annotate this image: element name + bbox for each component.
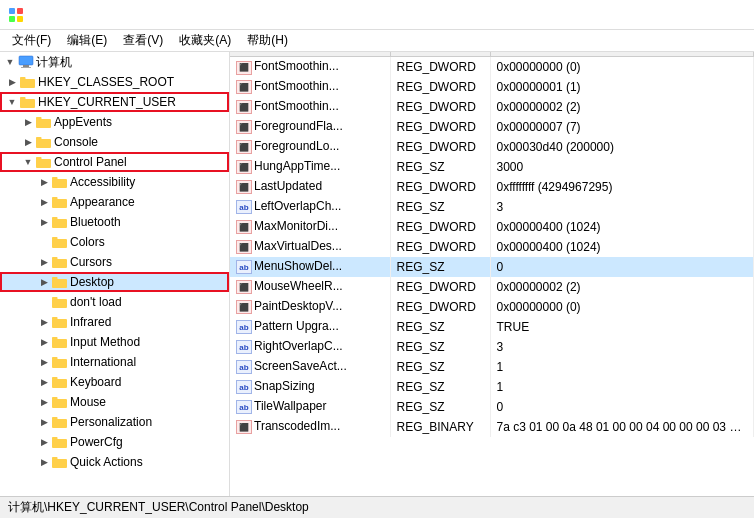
menu-help[interactable]: 帮助(H) bbox=[239, 30, 296, 51]
cell-data: 0x00000002 (2) bbox=[490, 277, 754, 297]
tree-toggle-computer[interactable]: ▼ bbox=[2, 54, 18, 70]
cell-data: 3 bbox=[490, 337, 754, 357]
col-header-data[interactable] bbox=[490, 52, 754, 57]
tree-toggle-infrared[interactable]: ▶ bbox=[36, 314, 52, 330]
tree-node-bluetooth[interactable]: ▶ Bluetooth bbox=[0, 212, 229, 232]
table-row[interactable]: ⬛ForegroundLo...REG_DWORD0x00030d40 (200… bbox=[230, 137, 754, 157]
svg-rect-13 bbox=[36, 139, 51, 148]
cell-data: 0x00000002 (2) bbox=[490, 97, 754, 117]
tree-toggle-hkcr[interactable]: ▶ bbox=[4, 74, 20, 90]
tree-toggle-bluetooth[interactable]: ▶ bbox=[36, 214, 52, 230]
tree-label-infrared: Infrared bbox=[70, 315, 111, 329]
menu-view[interactable]: 查看(V) bbox=[115, 30, 171, 51]
tree-node-accessibility[interactable]: ▶ Accessibility bbox=[0, 172, 229, 192]
tree-node-controlpanel[interactable]: ▼ Control Panel bbox=[0, 152, 229, 172]
table-row[interactable]: ⬛MaxMonitorDi...REG_DWORD0x00000400 (102… bbox=[230, 217, 754, 237]
reg-icon: ⬛ bbox=[236, 120, 252, 134]
reg-icon: ⬛ bbox=[236, 420, 252, 434]
tree-node-appevents[interactable]: ▶ AppEvents bbox=[0, 112, 229, 132]
tree-toggle-personalization[interactable]: ▶ bbox=[36, 414, 52, 430]
table-row[interactable]: abTileWallpaperREG_SZ0 bbox=[230, 397, 754, 417]
folder-icon-accessibility bbox=[52, 175, 68, 189]
tree-toggle-hkcu[interactable]: ▼ bbox=[4, 94, 20, 110]
menu-file[interactable]: 文件(F) bbox=[4, 30, 59, 51]
tree-node-mouse[interactable]: ▶ Mouse bbox=[0, 392, 229, 412]
table-row[interactable]: ⬛MaxVirtualDes...REG_DWORD0x00000400 (10… bbox=[230, 237, 754, 257]
tree-node-appearance[interactable]: ▶ Appearance bbox=[0, 192, 229, 212]
tree-toggle-appevents[interactable]: ▶ bbox=[20, 114, 36, 130]
registry-table-wrapper[interactable]: ⬛FontSmoothin...REG_DWORD0x00000000 (0)⬛… bbox=[230, 52, 754, 496]
tree-node-hkcr[interactable]: ▶ HKEY_CLASSES_ROOT bbox=[0, 72, 229, 92]
tree-node-powercfg[interactable]: ▶ PowerCfg bbox=[0, 432, 229, 452]
tree-node-colors[interactable]: Colors bbox=[0, 232, 229, 252]
svg-rect-39 bbox=[52, 399, 67, 408]
table-row[interactable]: abLeftOverlapCh...REG_SZ3 bbox=[230, 197, 754, 217]
table-row[interactable]: ⬛TranscodedIm...REG_BINARY7a c3 01 00 0a… bbox=[230, 417, 754, 437]
table-row[interactable]: abScreenSaveAct...REG_SZ1 bbox=[230, 357, 754, 377]
tree-node-personalization[interactable]: ▶ Personalization bbox=[0, 412, 229, 432]
tree-toggle-mouse[interactable]: ▶ bbox=[36, 394, 52, 410]
close-button[interactable] bbox=[700, 0, 746, 30]
tree-toggle-inputmethod[interactable]: ▶ bbox=[36, 334, 52, 350]
table-row[interactable]: ⬛FontSmoothin...REG_DWORD0x00000000 (0) bbox=[230, 57, 754, 77]
svg-rect-2 bbox=[9, 16, 15, 22]
tree-node-quickactions[interactable]: ▶ Quick Actions bbox=[0, 452, 229, 472]
tree-toggle-cursors[interactable]: ▶ bbox=[36, 254, 52, 270]
svg-rect-7 bbox=[20, 79, 35, 88]
menu-edit[interactable]: 编辑(E) bbox=[59, 30, 115, 51]
tree-toggle-quickactions[interactable]: ▶ bbox=[36, 454, 52, 470]
menu-favorites[interactable]: 收藏夹(A) bbox=[171, 30, 239, 51]
table-row[interactable]: ⬛MouseWheelR...REG_DWORD0x00000002 (2) bbox=[230, 277, 754, 297]
svg-rect-41 bbox=[52, 419, 67, 428]
svg-rect-38 bbox=[52, 377, 58, 380]
tree-toggle-keyboard[interactable]: ▶ bbox=[36, 374, 52, 390]
tree-toggle-desktop[interactable]: ▶ bbox=[36, 274, 52, 290]
tree-toggle-accessibility[interactable]: ▶ bbox=[36, 174, 52, 190]
tree-node-console[interactable]: ▶ Console bbox=[0, 132, 229, 152]
svg-rect-21 bbox=[52, 219, 67, 228]
table-row[interactable]: ⬛PaintDesktopV...REG_DWORD0x00000000 (0) bbox=[230, 297, 754, 317]
tree-label-keyboard: Keyboard bbox=[70, 375, 121, 389]
tree-node-cursors[interactable]: ▶ Cursors bbox=[0, 252, 229, 272]
table-row[interactable]: abSnapSizingREG_SZ1 bbox=[230, 377, 754, 397]
table-row[interactable]: ⬛ForegroundFla...REG_DWORD0x00000007 (7) bbox=[230, 117, 754, 137]
cell-type: REG_DWORD bbox=[390, 237, 490, 257]
ab-icon: ab bbox=[236, 360, 252, 374]
tree-toggle-powercfg[interactable]: ▶ bbox=[36, 434, 52, 450]
cell-type: REG_BINARY bbox=[390, 417, 490, 437]
table-row[interactable]: ⬛FontSmoothin...REG_DWORD0x00000002 (2) bbox=[230, 97, 754, 117]
table-row[interactable]: ⬛HungAppTime...REG_SZ3000 bbox=[230, 157, 754, 177]
tree-node-hkcu[interactable]: ▼ HKEY_CURRENT_USER bbox=[0, 92, 229, 112]
tree-toggle-console[interactable]: ▶ bbox=[20, 134, 36, 150]
svg-rect-8 bbox=[20, 77, 26, 80]
tree-toggle-appearance[interactable]: ▶ bbox=[36, 194, 52, 210]
maximize-button[interactable] bbox=[652, 0, 698, 30]
svg-rect-44 bbox=[52, 437, 58, 440]
minimize-button[interactable] bbox=[604, 0, 650, 30]
table-row[interactable]: ⬛LastUpdatedREG_DWORD0xffffffff (4294967… bbox=[230, 177, 754, 197]
cell-type: REG_SZ bbox=[390, 157, 490, 177]
tree-node-keyboard[interactable]: ▶ Keyboard bbox=[0, 372, 229, 392]
table-row[interactable]: ⬛FontSmoothin...REG_DWORD0x00000001 (1) bbox=[230, 77, 754, 97]
tree-node-international[interactable]: ▶ International bbox=[0, 352, 229, 372]
tree-toggle-international[interactable]: ▶ bbox=[36, 354, 52, 370]
tree-node-desktop[interactable]: ▶ Desktop bbox=[0, 272, 229, 292]
cell-data: 3 bbox=[490, 197, 754, 217]
tree-toggle-dontload[interactable] bbox=[36, 294, 52, 310]
tree-toggle-controlpanel[interactable]: ▼ bbox=[20, 154, 36, 170]
col-header-type[interactable] bbox=[390, 52, 490, 57]
tree-node-computer[interactable]: ▼计算机 bbox=[0, 52, 229, 72]
tree-node-infrared[interactable]: ▶ Infrared bbox=[0, 312, 229, 332]
svg-rect-14 bbox=[36, 137, 42, 140]
cell-data: 0x00000000 (0) bbox=[490, 57, 754, 77]
registry-tree[interactable]: ▼计算机▶ HKEY_CLASSES_ROOT▼ HKEY_CURRENT_US… bbox=[0, 52, 230, 496]
tree-toggle-colors[interactable] bbox=[36, 234, 52, 250]
table-row[interactable]: abRightOverlapC...REG_SZ3 bbox=[230, 337, 754, 357]
table-row[interactable]: abMenuShowDel...REG_SZ0 bbox=[230, 257, 754, 277]
cell-data: 0x00000000 (0) bbox=[490, 297, 754, 317]
table-row[interactable]: abPattern Upgra...REG_SZTRUE bbox=[230, 317, 754, 337]
tree-node-inputmethod[interactable]: ▶ Input Method bbox=[0, 332, 229, 352]
svg-rect-4 bbox=[19, 56, 33, 65]
col-header-name[interactable] bbox=[230, 52, 390, 57]
tree-node-dontload[interactable]: don't load bbox=[0, 292, 229, 312]
